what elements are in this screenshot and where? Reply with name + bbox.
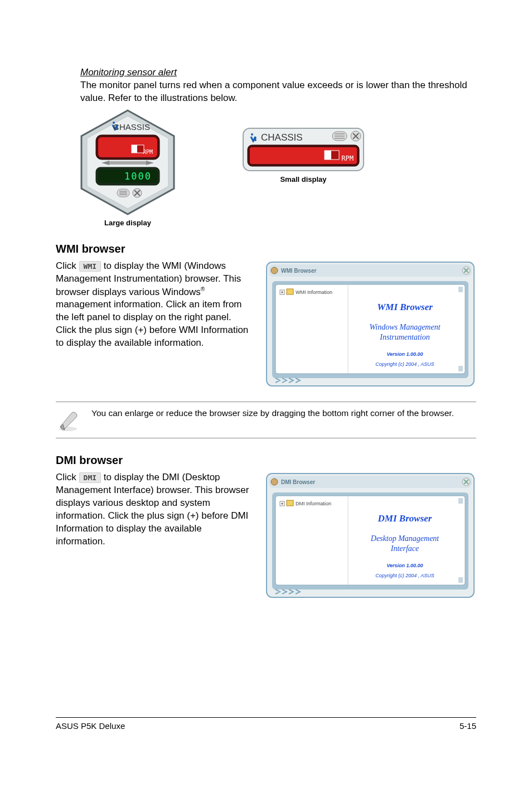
note-box: You can enlarge or reduce the browser si… bbox=[56, 402, 476, 438]
svg-rect-6 bbox=[132, 145, 137, 153]
note-text: You can enlarge or reduce the browser si… bbox=[91, 408, 454, 419]
dmi-button-chip[interactable]: DMI bbox=[79, 472, 101, 484]
dmi-browser-screenshot: DMI Browser DMI Information DMI Browser … bbox=[264, 471, 476, 600]
svg-rect-60 bbox=[287, 500, 293, 506]
svg-point-20 bbox=[251, 133, 253, 136]
page-footer: ASUS P5K Deluxe 5-15 bbox=[56, 717, 476, 731]
small-display-col: CHASSIS RPM Small display bbox=[242, 127, 365, 227]
svg-rect-31 bbox=[325, 151, 331, 160]
alert-heading: Monitoring sensor alert bbox=[80, 67, 476, 78]
wmi-text: Click WMI to display the WMI (Windows Ma… bbox=[56, 260, 253, 388]
large-caption: Large display bbox=[104, 219, 151, 227]
svg-rect-44 bbox=[287, 289, 293, 294]
dmi-right-sub2: Interface bbox=[390, 544, 419, 553]
dmi-tree-root: DMI Information bbox=[296, 501, 331, 506]
pencil-icon bbox=[56, 408, 80, 432]
svg-point-50 bbox=[271, 479, 278, 485]
dmi-title: DMI browser bbox=[56, 454, 476, 467]
gauge-label: CHASSIS bbox=[113, 122, 150, 132]
small-gauge-label: CHASSIS bbox=[261, 132, 303, 143]
svg-rect-46 bbox=[458, 366, 463, 371]
dmi-right-sub1: Desktop Management bbox=[370, 534, 440, 543]
dmi-right-title: DMI Browser bbox=[378, 513, 432, 524]
footer-left: ASUS P5K Deluxe bbox=[56, 721, 125, 731]
wmi-tree-root: WMI Information bbox=[296, 289, 332, 295]
dmi-row: Click DMI to display the DMI (Desktop Ma… bbox=[56, 471, 476, 600]
large-display-col: CHASSIS RPM 1000 Large disp bbox=[80, 109, 175, 227]
page: Monitoring sensor alert The monitor pane… bbox=[0, 0, 532, 753]
small-gauge-rpm: RPM bbox=[341, 154, 354, 162]
dmi-text: Click DMI to display the DMI (Desktop Ma… bbox=[56, 471, 253, 600]
wmi-shot-title: WMI Browser bbox=[281, 268, 316, 274]
alert-body: The monitor panel turns red when a compo… bbox=[80, 79, 476, 105]
wmi-button-chip[interactable]: WMI bbox=[79, 261, 101, 272]
registered-mark: ® bbox=[201, 286, 205, 292]
wmi-right-title: WMI Browser bbox=[377, 302, 433, 312]
gauge-rpm-label: RPM bbox=[143, 149, 153, 155]
wmi-rest: management information. Click an item fr… bbox=[56, 299, 248, 348]
gauge-temp: 1000 bbox=[124, 171, 152, 182]
svg-rect-62 bbox=[458, 577, 463, 583]
svg-rect-8 bbox=[109, 161, 146, 165]
displays-row: CHASSIS RPM 1000 Large disp bbox=[80, 109, 476, 227]
wmi-row: Click WMI to display the WMI (Windows Ma… bbox=[56, 260, 476, 388]
chassis-small-gauge-icon: CHASSIS RPM bbox=[242, 127, 365, 172]
svg-rect-45 bbox=[458, 287, 463, 292]
chassis-large-gauge-icon: CHASSIS RPM 1000 bbox=[80, 109, 175, 215]
dmi-copyright: Copyright (c) 2004 , ASUS bbox=[375, 573, 434, 578]
wmi-right-sub1: Windows Management bbox=[369, 323, 441, 331]
wmi-title: WMI browser bbox=[56, 243, 476, 255]
small-caption: Small display bbox=[280, 175, 326, 183]
wmi-browser-screenshot: WMI Browser WMI Information WMI Browser … bbox=[264, 260, 476, 388]
svg-rect-61 bbox=[458, 498, 463, 504]
dmi-pre: Click bbox=[56, 472, 79, 482]
wmi-copyright: Copyright (c) 2004 , ASUS bbox=[375, 361, 434, 367]
footer-right: 5-15 bbox=[460, 721, 476, 731]
svg-point-34 bbox=[271, 267, 278, 274]
dmi-version: Version 1.00.00 bbox=[386, 563, 423, 568]
svg-rect-29 bbox=[250, 147, 357, 164]
wmi-pre: Click bbox=[56, 260, 79, 271]
dmi-shot-title: DMI Browser bbox=[281, 479, 315, 485]
wmi-right-sub2: Instrumentation bbox=[379, 333, 429, 341]
wmi-version: Version 1.00.00 bbox=[386, 351, 423, 357]
